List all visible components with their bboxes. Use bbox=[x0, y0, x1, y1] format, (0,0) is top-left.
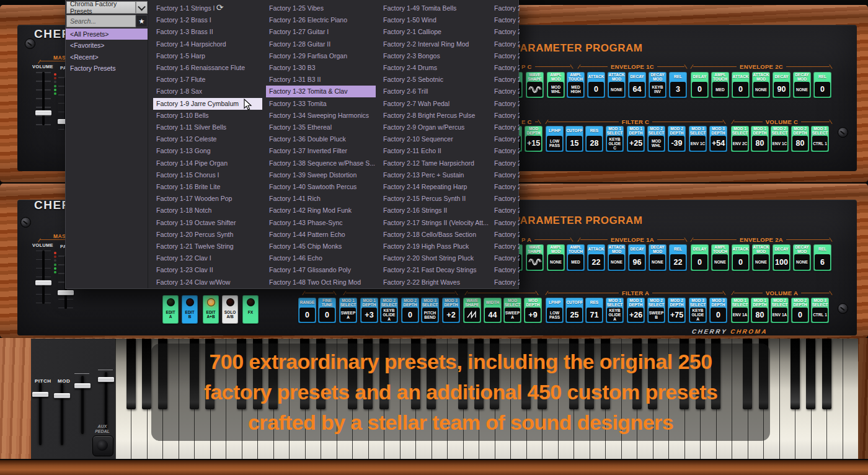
preset-item[interactable]: Factory 1-46 Echo bbox=[266, 252, 376, 264]
preset-item[interactable]: Factory 2 bbox=[491, 74, 520, 86]
preset-item[interactable]: Factory 1-37 Inverted Filter bbox=[266, 145, 376, 157]
piano-key-black[interactable] bbox=[806, 339, 815, 409]
param-button-decay-mod[interactable]: DECAYMODNONE bbox=[793, 72, 811, 98]
preset-item[interactable]: Factory 1-48 Two Oct Ring Mod bbox=[266, 277, 376, 288]
param-button-decay[interactable]: DECAY90 bbox=[773, 72, 790, 98]
preset-item[interactable]: Factory 2-7 Wah Pedal bbox=[380, 98, 490, 110]
param-button-mod-1-select[interactable]: MOD 1SELECTSWEEPA bbox=[339, 298, 357, 323]
preset-item[interactable]: Factory 1-11 Silver Bells bbox=[153, 122, 262, 133]
preset-category[interactable]: <All Presets> bbox=[66, 29, 148, 40]
preset-item[interactable]: Factory 2-4 Drums bbox=[380, 62, 490, 74]
preset-item[interactable]: Factory 1-43 Phase-Sync bbox=[266, 217, 376, 229]
preset-item[interactable]: Factory 2 bbox=[491, 110, 520, 122]
param-button-mod-2-select[interactable]: MOD 2SELECTENV 1C bbox=[771, 126, 789, 152]
param-button-cutoff[interactable]: CUTOFF15 bbox=[565, 126, 583, 152]
preset-bank-combo[interactable]: Chroma Factory Presets bbox=[66, 1, 136, 14]
preset-item[interactable]: Factory 1-30 B3 bbox=[266, 62, 376, 74]
param-button-attack[interactable]: ATTACK22 bbox=[587, 244, 605, 271]
param-button-res[interactable]: RES71 bbox=[585, 298, 603, 323]
favorite-star-icon[interactable]: ★ bbox=[136, 15, 148, 27]
param-button-mod-3-select[interactable]: MOD 3SELECTPITCHBEND bbox=[421, 298, 439, 323]
edit-button-fx[interactable]: FX bbox=[242, 295, 259, 324]
preset-item[interactable]: Factory 2 bbox=[491, 62, 520, 74]
param-button-mod-select[interactable]: MODSELECTSWEEPA bbox=[503, 298, 521, 323]
param-button-mod-depth[interactable]: MODDEPTH+15 bbox=[525, 126, 542, 152]
param-button-attack[interactable]: ATTACK0 bbox=[732, 72, 750, 98]
preset-item[interactable]: Factory 2 bbox=[491, 169, 520, 181]
edit-button-solo-a-b[interactable]: SOLOA/B bbox=[222, 295, 238, 324]
preset-item[interactable]: Factory 2 bbox=[491, 277, 520, 288]
preset-item[interactable]: Factory 1-19 Octave Shifter bbox=[153, 217, 262, 229]
param-button-mod-3-select[interactable]: MOD 3SELECTCTRL 1 bbox=[811, 298, 829, 323]
preset-item[interactable]: Factory 1-16 Brite Lite bbox=[153, 181, 262, 193]
param-button-cutoff[interactable]: CUTOFF25 bbox=[565, 298, 583, 323]
param-button-decay[interactable]: DECAY100 bbox=[773, 244, 790, 271]
preset-item[interactable]: Factory 2 bbox=[491, 252, 520, 264]
preset-item[interactable]: Factory 2 bbox=[491, 264, 520, 276]
preset-item[interactable]: Factory 2-18 Cello/Bass Section bbox=[380, 229, 490, 241]
param-button-res[interactable]: RES28 bbox=[585, 126, 603, 152]
preset-item[interactable]: Factory 2-14 Repeating Harp bbox=[380, 181, 490, 193]
preset-item[interactable]: Factory 1-8 Sax bbox=[153, 86, 262, 97]
preset-item[interactable]: Factory 2 bbox=[491, 26, 520, 38]
param-button-mod-3-select[interactable]: MOD 3SELECTENV 1C bbox=[689, 126, 707, 152]
preset-item[interactable]: Factory 2-2 Interval Ring Mod bbox=[380, 38, 490, 50]
aux-pedal-button[interactable] bbox=[92, 435, 113, 456]
mod-lever-cap[interactable] bbox=[54, 393, 70, 398]
param-button-rel[interactable]: REL0 bbox=[813, 72, 831, 98]
param-button-mod-1-depth[interactable]: MOD 1DEPTH80 bbox=[751, 298, 769, 323]
preset-item[interactable]: Factory 1-36 Double Pluck bbox=[266, 133, 376, 145]
search-input[interactable] bbox=[66, 15, 136, 27]
preset-item[interactable]: Factory 1-23 Clav II bbox=[153, 264, 262, 276]
preset-item[interactable]: Factory 2-12 Tame Harpsichord bbox=[380, 158, 490, 169]
chevron-down-icon[interactable] bbox=[136, 1, 148, 14]
preset-item[interactable]: Factory 2-19 High Pass Pluck bbox=[380, 241, 490, 252]
param-button-mod-2-select[interactable]: MOD 2SELECTMODWHL bbox=[647, 126, 665, 152]
preset-category[interactable]: <Favorites> bbox=[66, 40, 148, 51]
preset-item[interactable]: Factory 2-5 Sebotnic bbox=[380, 74, 490, 86]
param-button-lp-hp[interactable]: LP/HPLOWPASS bbox=[546, 298, 564, 323]
param-button-mod-1-depth[interactable]: MOD 1DEPTH+26 bbox=[627, 298, 645, 323]
preset-item[interactable]: Factory 2-6 Trill bbox=[380, 86, 490, 97]
param-button-decay-mod[interactable]: DECAYMODKEYBINV bbox=[649, 72, 666, 98]
param-button-mod-1-depth[interactable]: MOD 1DEPTH+25 bbox=[627, 126, 645, 152]
preset-item[interactable]: Factory 2 bbox=[491, 217, 520, 229]
param-button-mod-depth[interactable]: MODDEPTH+9 bbox=[524, 298, 542, 323]
preset-category[interactable]: <Recent> bbox=[66, 51, 148, 63]
param-button-fine-tune[interactable]: FINETUNE0 bbox=[318, 298, 336, 323]
preset-item[interactable]: Factory 1-21 Twelve String bbox=[153, 241, 262, 252]
param-button-mod-3-depth[interactable]: MOD 3DEPTH+2 bbox=[442, 298, 460, 323]
param-button-attack[interactable]: ATTACK0 bbox=[732, 244, 750, 271]
volume-slider[interactable] bbox=[36, 251, 51, 304]
lever-3-cap[interactable] bbox=[74, 383, 91, 388]
param-button-ampl-touch[interactable]: AMPLTOUCHMEDHIGH bbox=[567, 72, 585, 98]
piano-key-black[interactable] bbox=[790, 339, 800, 409]
param-button-ampl-mod[interactable]: AMPLMODNONE bbox=[547, 244, 565, 271]
preset-item[interactable]: Factory 1-31 B3 II bbox=[266, 74, 376, 86]
param-button-attack-mod[interactable]: ATTACKMODNONE bbox=[608, 244, 626, 271]
pitch-lever-cap[interactable] bbox=[32, 392, 48, 397]
preset-item[interactable]: Factory 1-3 Brass II bbox=[153, 26, 262, 38]
preset-item[interactable]: Factory 1-44 Pattern Echo bbox=[266, 229, 376, 241]
param-button-mod-2-depth[interactable]: MOD 2DEPTH0 bbox=[401, 298, 419, 323]
preset-item[interactable]: Factory 2 bbox=[491, 181, 520, 193]
param-button-attack-mod[interactable]: ATTACKMODNONE bbox=[752, 72, 770, 98]
param-button-mod-1-depth[interactable]: MOD 1DEPTH+3 bbox=[360, 298, 378, 323]
param-button-wave-shape[interactable]: WAVESHAPE bbox=[526, 72, 544, 98]
preset-item[interactable]: Factory 1-1 Strings I bbox=[153, 2, 262, 14]
preset-item[interactable]: Factory 2 bbox=[491, 158, 520, 169]
param-button-attack-mod[interactable]: ATTACKMODNONE bbox=[608, 72, 626, 98]
preset-item[interactable]: Factory 1-18 Notch bbox=[153, 205, 262, 216]
param-button-mod-3-select[interactable]: MOD 3SELECTKEYBGLIDEA bbox=[689, 298, 707, 323]
param-button-attack-mod[interactable]: ATTACKMODNONE bbox=[752, 244, 770, 271]
param-button-mod-3-select[interactable]: MOD 3SELECTCTRL 1 bbox=[811, 126, 829, 152]
param-button-decay-mod[interactable]: DECAYMODNONE bbox=[649, 244, 666, 271]
param-button-mod-3-depth[interactable]: MOD 3DEPTH+54 bbox=[709, 126, 727, 152]
preset-item[interactable]: Factory 2-1 Calliope bbox=[380, 26, 490, 38]
preset-item[interactable]: Factory 1-4 Harpsichord bbox=[153, 38, 262, 50]
preset-item[interactable]: Factory 2 bbox=[491, 98, 520, 110]
preset-item[interactable]: Factory 1-20 Percus Synth bbox=[153, 229, 262, 241]
preset-item[interactable]: Factory 1-5 Harp bbox=[153, 50, 262, 62]
param-button-mod-2-select[interactable]: MOD 2SELECTENV 1A bbox=[771, 298, 789, 323]
preset-item[interactable]: Factory 2-8 Bright Percus Pulse bbox=[380, 110, 490, 122]
